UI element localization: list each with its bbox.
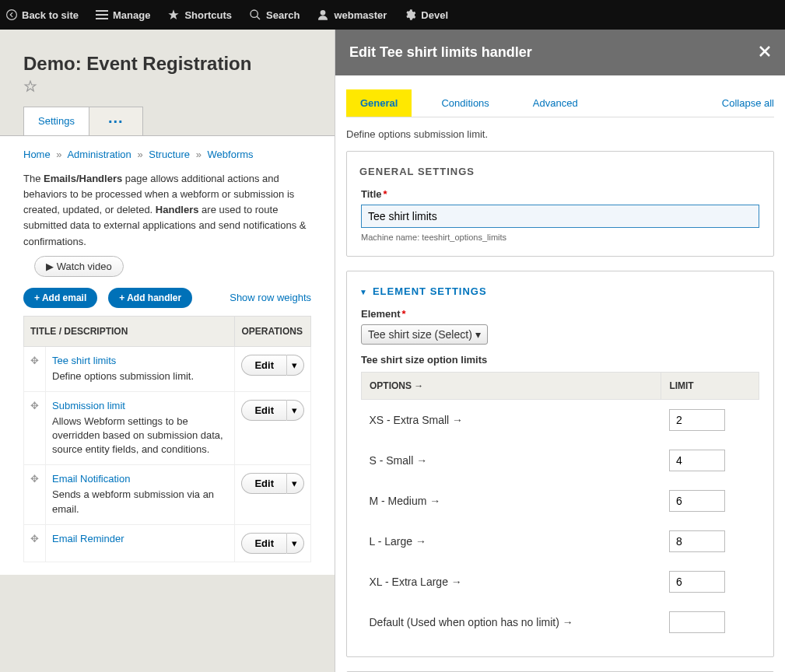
watch-video-button[interactable]: ▶ Watch video: [34, 256, 124, 277]
search-menu[interactable]: Search: [249, 9, 300, 21]
breadcrumb-structure[interactable]: Structure: [149, 149, 190, 160]
user-menu[interactable]: webmaster: [317, 9, 387, 21]
intro-text: The Emails/Handlers page allows addition…: [23, 171, 311, 250]
required-marker: *: [402, 308, 406, 320]
handlers-table: TITLE / DESCRIPTION OPERATIONS ✥ Tee shi…: [23, 316, 311, 562]
user-icon: [317, 9, 329, 21]
panel-description: Define options submission limit.: [346, 128, 774, 140]
handler-title-link[interactable]: Email Reminder: [52, 533, 124, 544]
local-tabs: Settings ···: [23, 107, 335, 135]
breadcrumb-webforms[interactable]: Webforms: [208, 149, 254, 160]
col-title: TITLE / DESCRIPTION: [24, 316, 235, 346]
machine-name: Machine name: teeshirt_options_limits: [361, 233, 759, 242]
breadcrumb-home[interactable]: Home: [23, 149, 51, 160]
tab-general[interactable]: General: [346, 89, 412, 117]
option-label: XS - Extra Small →: [362, 400, 661, 441]
edit-button[interactable]: Edit: [241, 355, 287, 376]
edit-button[interactable]: Edit: [241, 473, 287, 494]
tab-conditions[interactable]: Conditions: [427, 89, 503, 117]
option-label: M - Medium →: [362, 481, 661, 521]
drag-handle[interactable]: ✥: [24, 391, 46, 465]
user-label: webmaster: [334, 9, 387, 21]
svg-point-6: [321, 10, 326, 16]
drag-handle[interactable]: ✥: [24, 524, 46, 562]
caret-down-icon: ▾: [475, 328, 481, 341]
collapse-all-link[interactable]: Collapse all: [722, 97, 774, 109]
tab-more[interactable]: ···: [89, 107, 143, 135]
col-options: OPTIONS →: [362, 373, 661, 400]
tab-settings[interactable]: Settings: [23, 107, 89, 135]
handler-desc: Sends a webform submission via an email.: [52, 488, 228, 516]
title-label: Title: [361, 188, 382, 200]
limit-input[interactable]: [669, 450, 725, 471]
edit-dropdown[interactable]: ▾: [287, 533, 304, 554]
shortcuts-menu[interactable]: Shortcuts: [167, 9, 232, 21]
search-label: Search: [266, 9, 300, 21]
option-label: XL - Extra Large →: [362, 562, 661, 602]
drag-handle[interactable]: ✥: [24, 346, 46, 391]
drag-handle[interactable]: ✥: [24, 465, 46, 524]
svg-rect-3: [96, 18, 108, 19]
table-row: ✥ Submission limit Allows Webform settin…: [24, 391, 311, 465]
left-column: Demo: Event Registration Settings ··· Ho…: [0, 30, 335, 672]
element-select[interactable]: Tee shirt size (Select) ▾: [361, 324, 488, 345]
add-handler-button[interactable]: + Add handler: [108, 288, 192, 308]
option-label: S - Small →: [362, 440, 661, 481]
breadcrumb-admin[interactable]: Administration: [67, 149, 131, 160]
panel-header: Edit Tee shirt limits handler: [335, 30, 785, 75]
gear-icon: [404, 9, 416, 21]
caret-down-icon: ▾: [292, 359, 297, 371]
show-row-weights-link[interactable]: Show row weights: [230, 292, 311, 303]
edit-dropdown[interactable]: ▾: [287, 473, 304, 494]
close-icon: [759, 45, 771, 58]
caret-down-icon: ▾: [292, 404, 297, 416]
edit-dropdown[interactable]: ▾: [287, 355, 304, 376]
devel-menu[interactable]: Devel: [404, 9, 448, 21]
handler-title-link[interactable]: Submission limit: [52, 400, 125, 411]
limit-input[interactable]: [669, 611, 725, 633]
hamburger-icon: [96, 9, 108, 20]
devel-label: Devel: [421, 9, 448, 21]
chevron-left-icon: [6, 9, 17, 20]
option-label: L - Large →: [362, 521, 661, 562]
handler-desc: Define options submission limit.: [52, 369, 228, 383]
handler-title-link[interactable]: Tee shirt limits: [52, 355, 116, 366]
page-title: Demo: Event Registration: [0, 30, 335, 78]
handler-title-link[interactable]: Email Notification: [52, 473, 130, 485]
limit-input[interactable]: [669, 409, 725, 431]
play-icon: ▶: [46, 261, 54, 272]
element-settings-fieldset: ELEMENT SETTINGS Element* Tee shirt size…: [346, 271, 774, 657]
limits-sub-label: Tee shirt size option limits: [361, 354, 759, 366]
svg-point-0: [7, 10, 17, 20]
star-outline-icon: [23, 79, 37, 93]
favorite-star[interactable]: [23, 79, 37, 96]
general-settings-fieldset: GENERAL SETTINGS Title* Machine name: te…: [346, 151, 774, 257]
panel-tabs: General Conditions Advanced Collapse all: [346, 89, 774, 117]
admin-toolbar: Back to site Manage Shortcuts Search web…: [0, 0, 785, 30]
back-to-site-label: Back to site: [22, 9, 79, 21]
caret-down-icon: ▾: [292, 478, 297, 489]
svg-rect-1: [96, 10, 108, 12]
required-marker: *: [384, 188, 387, 200]
back-to-site[interactable]: Back to site: [6, 9, 79, 21]
edit-button[interactable]: Edit: [241, 400, 287, 421]
table-row: ✥ Email Reminder Edit ▾: [24, 524, 311, 562]
manage-menu[interactable]: Manage: [96, 9, 150, 21]
element-settings-heading[interactable]: ELEMENT SETTINGS: [359, 285, 759, 297]
search-icon: [249, 9, 261, 21]
element-select-value: Tee shirt size (Select): [368, 328, 472, 341]
edit-button[interactable]: Edit: [241, 533, 287, 554]
title-input[interactable]: [361, 205, 759, 228]
element-label: Element: [361, 308, 401, 320]
tab-advanced[interactable]: Advanced: [519, 89, 592, 117]
limit-input[interactable]: [669, 490, 725, 512]
edit-dropdown[interactable]: ▾: [287, 400, 304, 421]
table-row: ✥ Email Notification Sends a webform sub…: [24, 465, 311, 524]
close-button[interactable]: [759, 44, 771, 61]
limit-input[interactable]: [669, 530, 725, 552]
limit-input[interactable]: [669, 571, 725, 593]
caret-down-icon: ▾: [292, 537, 297, 549]
manage-label: Manage: [113, 9, 150, 21]
add-email-button[interactable]: + Add email: [23, 288, 97, 308]
limits-table: OPTIONS → LIMIT XS - Extra Small → S - S…: [361, 372, 759, 642]
